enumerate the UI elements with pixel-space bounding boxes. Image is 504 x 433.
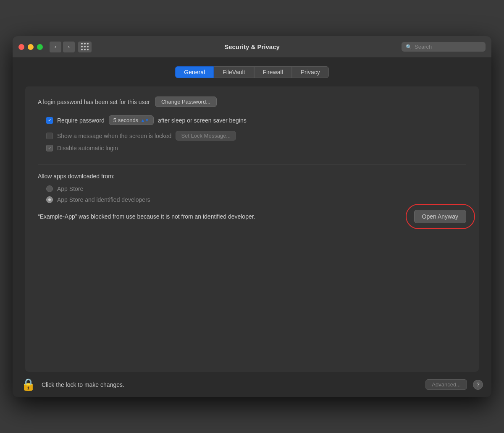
disable-autologin-row: ✓ Disable automatic login	[46, 145, 466, 151]
lock-icon[interactable]: 🔒	[21, 378, 36, 391]
show-message-checkbox[interactable]	[46, 133, 53, 139]
tab-privacy[interactable]: Privacy	[292, 66, 329, 78]
search-input[interactable]	[415, 44, 481, 50]
system-preferences-window: ‹ › Security & Privacy 🔍 General FileVau…	[13, 36, 491, 397]
require-password-label: Require password	[57, 117, 105, 124]
app-store-radio[interactable]	[46, 185, 53, 192]
open-anyway-button[interactable]: Open Anyway	[414, 210, 466, 223]
require-password-row: ✓ Require password 5 seconds ▲▼ after sl…	[46, 115, 466, 125]
general-panel: A login password has been set for this u…	[25, 86, 479, 372]
show-message-label: Show a message when the screen is locked	[57, 133, 171, 139]
blocked-app-text: “Example-App” was blocked from use becau…	[38, 212, 407, 221]
tab-general[interactable]: General	[175, 66, 214, 78]
forward-button[interactable]: ›	[63, 42, 75, 52]
show-message-row: Show a message when the screen is locked…	[46, 131, 466, 141]
back-button[interactable]: ‹	[50, 42, 61, 52]
titlebar: ‹ › Security & Privacy 🔍	[13, 36, 491, 58]
require-password-checkbox[interactable]: ✓	[46, 117, 53, 124]
section-divider	[38, 164, 466, 164]
grid-view-button[interactable]	[78, 42, 92, 52]
allow-apps-label: Allow apps downloaded from:	[38, 173, 466, 180]
blocked-app-row: “Example-App” was blocked from use becau…	[38, 210, 466, 223]
window-title: Security & Privacy	[224, 43, 280, 50]
change-password-button[interactable]: Change Password...	[155, 97, 217, 107]
after-sleep-label: after sleep or screen saver begins	[158, 117, 247, 124]
search-icon: 🔍	[406, 44, 412, 50]
app-store-radio-row: App Store	[46, 185, 466, 192]
minimize-button[interactable]	[28, 44, 34, 50]
open-anyway-wrapper: Open Anyway	[414, 210, 466, 223]
set-lock-message-button: Set Lock Message...	[176, 131, 236, 141]
bottom-bar: 🔒 Click the lock to make changes. Advanc…	[13, 372, 491, 397]
login-password-row: A login password has been set for this u…	[38, 97, 466, 107]
close-button[interactable]	[18, 44, 24, 50]
tab-filevault[interactable]: FileVault	[214, 66, 254, 78]
disable-autologin-label: Disable automatic login	[57, 145, 118, 151]
content-area: General FileVault Firewall Privacy A log…	[13, 58, 491, 372]
tab-firewall[interactable]: Firewall	[254, 66, 292, 78]
app-store-identified-radio-label: App Store and identified developers	[57, 196, 150, 203]
grid-icon	[81, 43, 89, 51]
tab-bar: General FileVault Firewall Privacy	[25, 66, 479, 78]
help-button[interactable]: ?	[473, 380, 483, 390]
app-store-identified-radio-row: App Store and identified developers	[46, 196, 466, 203]
password-timeout-value: 5 seconds	[113, 117, 138, 123]
dropdown-arrow-icon: ▲▼	[141, 118, 149, 123]
advanced-button: Advanced...	[425, 379, 467, 390]
maximize-button[interactable]	[37, 44, 43, 50]
login-password-label: A login password has been set for this u…	[38, 99, 150, 105]
app-store-identified-radio[interactable]	[46, 196, 53, 203]
nav-buttons: ‹ ›	[50, 42, 75, 52]
search-bar[interactable]: 🔍	[402, 42, 486, 52]
disable-autologin-checkbox[interactable]: ✓	[46, 145, 53, 151]
app-store-radio-label: App Store	[57, 185, 83, 192]
password-timeout-dropdown[interactable]: 5 seconds ▲▼	[109, 115, 154, 125]
traffic-lights	[18, 44, 43, 50]
lock-text: Click the lock to make changes.	[42, 381, 420, 388]
